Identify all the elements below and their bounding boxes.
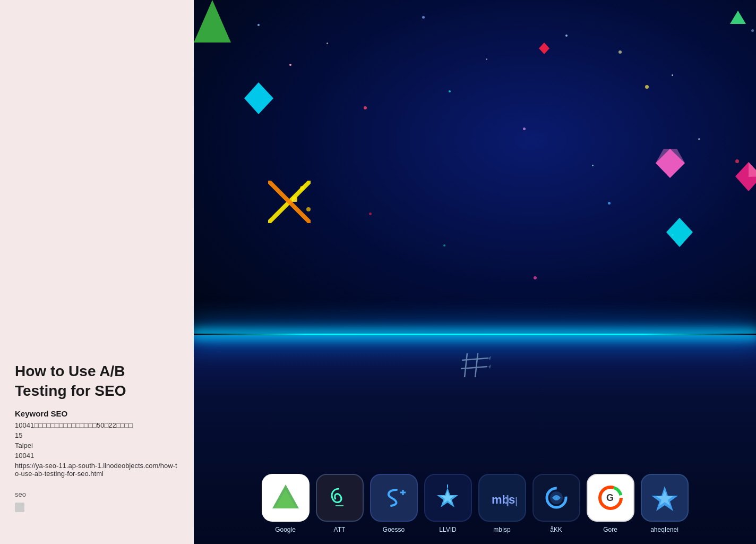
app-icon-gore[interactable]: G Gore: [587, 474, 634, 533]
svg-line-16: [461, 367, 487, 369]
svg-marker-5: [656, 149, 685, 178]
meta-url: https://ya-seo-11.ap-south-1.linodeobjec…: [15, 462, 179, 478]
meta-line-3: Taipei: [15, 441, 179, 449]
star-red: [364, 106, 367, 109]
tag-seo[interactable]: seo: [15, 490, 26, 498]
svg-marker-0: [244, 82, 273, 114]
gem-yellow-cross: [268, 181, 311, 223]
star-blue: [608, 202, 611, 205]
svg-marker-18: [488, 364, 491, 369]
svg-line-14: [475, 353, 478, 377]
horizon-line: [194, 334, 756, 335]
right-panel: Google ATT Goes: [194, 0, 756, 544]
app-icon-alt[interactable]: aheqIenei: [641, 474, 689, 533]
star-particle: [698, 138, 700, 140]
alt-icon-box: [641, 474, 689, 522]
gem-magenta: [735, 162, 756, 191]
akk-label: åKK: [550, 526, 562, 533]
star-pink: [534, 276, 537, 279]
mb-label: mb|sp: [493, 526, 510, 533]
svg-marker-10: [730, 11, 746, 24]
llvid-icon-box: [424, 474, 472, 522]
star-red: [289, 64, 291, 66]
llvid-label: LLVID: [439, 526, 456, 533]
star-green: [443, 244, 445, 246]
gem-cyan: [244, 82, 273, 114]
goesso-label: Goesso: [383, 526, 405, 533]
att-label: ATT: [334, 526, 346, 533]
app-icons-row: Google ATT Goes: [194, 474, 756, 533]
goesso-icon-box: [370, 474, 418, 522]
star-particle: [486, 58, 487, 60]
svg-marker-7: [539, 42, 549, 54]
svg-line-13: [465, 353, 467, 377]
gore-label: Gore: [603, 526, 617, 533]
app-icon-mb[interactable]: mb | sp mb|sp: [478, 474, 526, 533]
google-label: Google: [275, 526, 296, 533]
star-particle: [672, 74, 673, 76]
meta-line-1: 10041□□□□□□□□□□□□□□□50□22□□□□: [15, 421, 179, 429]
tag-icon: [15, 503, 24, 512]
gem-red-small: [539, 42, 549, 54]
article-title: How to Use A/B Testing for SEO: [15, 362, 179, 401]
alt-label: aheqIenei: [650, 526, 678, 533]
star-particle: [422, 16, 425, 19]
app-icon-att[interactable]: ATT: [316, 474, 364, 533]
center-symbol: [459, 351, 491, 385]
star-particle: [751, 29, 754, 32]
svg-marker-6: [666, 218, 693, 247]
app-icon-google[interactable]: Google: [262, 474, 310, 533]
svg-marker-9: [749, 162, 756, 177]
akk-icon-box: [532, 474, 580, 522]
att-icon-box: [316, 474, 364, 522]
gem-pink: [656, 149, 685, 178]
app-icon-llvid[interactable]: LLVID: [424, 474, 472, 533]
google-icon-box: [262, 474, 310, 522]
star-particle: [592, 165, 594, 166]
star-red: [369, 212, 372, 215]
star-particle: [618, 50, 622, 54]
meta-line-4: 10041: [15, 452, 179, 460]
svg-line-15: [462, 358, 488, 360]
mb-icon-box: mb | sp: [478, 474, 526, 522]
meta-line-2: 15: [15, 431, 179, 439]
gore-icon-box: G: [587, 474, 634, 522]
keyword-label: Keyword SEO: [15, 409, 179, 418]
svg-marker-17: [488, 356, 491, 360]
star-particle: [257, 24, 260, 26]
app-icon-akk[interactable]: åKK: [532, 474, 580, 533]
gem-green-arrow: [194, 0, 231, 42]
svg-text:sp: sp: [509, 493, 517, 506]
star-yellow: [645, 85, 649, 89]
gem-cyan-right: [666, 218, 693, 247]
star-particle: [327, 42, 328, 44]
left-panel: How to Use A/B Testing for SEO Keyword S…: [0, 0, 194, 544]
svg-text:G: G: [606, 492, 614, 503]
app-icon-goesso[interactable]: Goesso: [370, 474, 418, 533]
star-particle: [523, 128, 526, 130]
tags-section: seo: [15, 489, 179, 512]
star-particle: [565, 35, 568, 37]
star-cyan: [449, 90, 451, 92]
gem-green-top: [730, 11, 746, 24]
svg-marker-3: [194, 0, 231, 42]
